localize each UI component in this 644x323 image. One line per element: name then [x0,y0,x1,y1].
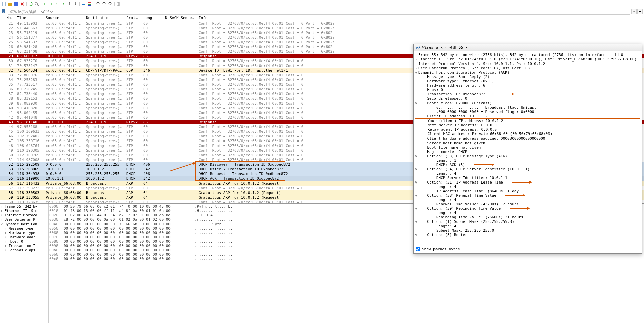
tree-item[interactable]: Ethernet II, Src [1,209,48,213]
detail-line[interactable]: Transaction ID: 0xdbbec872 [415,92,640,96]
detail-line[interactable]: Relay agent IP address: 0.0.0.0 [415,127,640,132]
go-last-icon[interactable]: ⤓ [73,1,78,7]
detail-line[interactable]: ›Frame 55: 342 bytes on wire (2736 bits)… [415,53,640,57]
detail-line[interactable]: DHCP Server Identifier: 10.0.1.1 [415,176,640,180]
tree-item[interactable]: Dynamic Host Con [1,222,48,226]
zoom-out-icon[interactable]: − [102,1,107,7]
col-source[interactable]: Source [44,15,84,21]
close-icon[interactable] [20,1,25,7]
svg-rect-7 [88,4,91,5]
tree-item[interactable]: Internet Protoco [1,213,48,217]
detail-line[interactable]: ›Ethernet II, Src: c2:01:74:f0:00:10 (c2… [415,57,640,62]
detail-line[interactable]: ›User Datagram Protocol, Src Port: 67, D… [415,66,640,70]
resize-columns-icon[interactable] [116,1,121,7]
jump-fwd-icon[interactable]: ⇥ [61,1,66,7]
packet-row[interactable]: 2353.713119cc:03:0e:f4:f1:01Spanning-tre… [0,30,644,35]
packet-row[interactable]: 2456.151377cc:03:0e:f4:f1:01Spanning-tre… [0,35,644,40]
detail-line[interactable]: Hardware address length: 6 [415,83,640,88]
detail-line[interactable]: DHCP: ACK (5) [415,163,640,167]
detail-line[interactable]: Subnet Mask: 255.255.255.0 [415,228,640,233]
detail-line[interactable]: Client hardware address padding: 0000000… [415,136,640,141]
detail-line[interactable]: Renewal Time Value: (43200s) 12 hours [415,202,640,206]
svg-rect-5 [82,4,85,5]
detail-line[interactable]: vDynamic Host Configuration Protocol (AC… [415,70,640,75]
svg-rect-16 [118,2,119,6]
detail-line[interactable]: v Option: (3) Router [415,233,640,237]
detail-line[interactable]: 0... .... .... .... = Broadcast flag: Un… [415,105,640,110]
col-length[interactable]: Length [141,15,163,21]
detail-line[interactable]: v Option: (1) Subnet Mask (255.255.255.0… [415,219,640,224]
detail-line[interactable]: v Bootp flags: 0x0000 (Unicast) [415,101,640,105]
tree-item[interactable]: Message type: [1,226,48,231]
popup-body[interactable]: ›Frame 55: 342 bytes on wire (2736 bits)… [414,51,642,245]
main-toolbar: ⇐ ⇒ ⇤ ⇥ ⤒ ⤓ + − 1 [0,0,644,8]
detail-line[interactable]: v Option: (51) IP Address Lease Time [415,180,640,185]
detail-line[interactable]: Client IP address: 10.0.1.2 [415,114,640,118]
detail-line[interactable]: Magic cookie: DHCP [415,150,640,154]
detail-line[interactable]: Length: 4 [415,211,640,215]
detail-line[interactable]: Length: 4 [415,185,640,189]
col-no[interactable]: No. [0,15,15,21]
detail-line[interactable]: Next server IP address: 0.0.0.0 [415,123,640,127]
zoom-in-icon[interactable]: + [96,1,101,7]
forward-icon[interactable]: ⇒ [48,1,54,7]
detail-line[interactable]: Rebinding Time Value: (75600s) 21 hours [415,215,640,219]
detail-line[interactable]: Client MAC address: Private_66:68:00 (00… [415,132,640,136]
tree-item[interactable]: Seconds elaps [1,248,48,252]
detail-line[interactable]: Boot file name not given [415,145,640,150]
detail-line[interactable]: Length: 4 [415,171,640,176]
tree-item[interactable]: Hardware addr [1,235,48,239]
folder-icon[interactable] [7,1,13,7]
jump-back-icon[interactable]: ⇤ [54,1,60,7]
tree-item[interactable]: User Datagram Pr [1,217,48,222]
go-first-icon[interactable]: ⤒ [67,1,72,7]
autoscroll-icon[interactable] [81,1,86,7]
save-icon[interactable] [13,1,19,7]
col-time[interactable]: Time [15,15,44,21]
detail-line[interactable]: ›Internet Protocol Version 4, Src: 10.0.… [415,62,640,66]
reload-icon[interactable] [28,1,33,7]
detail-line[interactable]: v Option: (54) DHCP Server Identifier (1… [415,167,640,171]
detail-line[interactable]: Length: 4 [415,198,640,202]
detail-line[interactable]: Hardware type: Ethernet (0x01) [415,79,640,83]
zoom-reset-icon[interactable]: 1 [108,1,113,7]
back-icon[interactable]: ⇐ [42,1,48,7]
file-icon[interactable] [1,1,7,7]
svg-rect-4 [82,3,85,3]
tree-item[interactable]: Transaction I [1,244,48,248]
packet-row[interactable]: 2149.115903cc:03:0e:f4:f1:01Spanning-tre… [0,21,644,26]
detail-line[interactable]: Message type: Boot Reply (2) [415,75,640,79]
detail-line[interactable]: v Option: (53) DHCP Message Type (ACK) [415,154,640,158]
detail-line[interactable]: Your (client) IP address: 10.0.1.2 [415,118,640,123]
detail-line[interactable]: .000 0000 0000 0000 = Reserved flags: 0x… [415,110,640,114]
show-packet-bytes-checkbox[interactable] [416,247,420,251]
colorize-icon[interactable] [87,1,92,7]
svg-rect-15 [117,2,118,6]
svg-marker-24 [523,194,525,197]
tree-item[interactable]: Hardware type [1,231,48,235]
detail-line[interactable]: Server host name not given [415,141,640,145]
detail-line[interactable]: IP Address Lease Time: (86400s) 1 day [415,189,640,193]
detail-line[interactable]: Length: 1 [415,158,640,163]
expression-btn[interactable]: ▾ [631,9,637,14]
svg-marker-20 [492,163,494,166]
popup-titlebar[interactable]: Wireshark · 分组 55 · - [414,44,642,51]
col-dsack[interactable]: D-SACK Sequence [163,15,197,21]
hex-row[interactable]: 00c0 00 00 00 00 00 00 00 00 00 00 00 00… [49,257,643,261]
detail-line[interactable]: Seconds elapsed: 0 [415,96,640,101]
packet-row[interactable]: 2251.440563cc:03:0e:f4:f1:01Spanning-tre… [0,26,644,30]
col-destination[interactable]: Destination [84,15,124,21]
detail-line[interactable]: Hops: 0 [415,88,640,92]
tree-item[interactable]: Frame 55: 342 by [1,204,48,209]
packet-details-pane[interactable]: Frame 55: 342 byEthernet II, SrcInternet… [0,204,49,323]
tree-item[interactable]: Hops: 0 [1,239,48,244]
col-info[interactable]: Info [197,15,644,21]
detail-line[interactable]: Length: 4 [415,224,640,228]
apply-filter-btn[interactable]: + [637,9,643,14]
col-protocol[interactable]: Protocol [124,15,141,21]
bookmark-icon[interactable] [1,9,7,14]
detail-line[interactable]: v Option: (58) Renewal Time Value [415,193,640,198]
detail-line[interactable]: v Option: (59) Rebinding Time Value [415,206,640,211]
display-filter-input[interactable] [8,9,630,15]
find-icon[interactable] [34,1,39,7]
